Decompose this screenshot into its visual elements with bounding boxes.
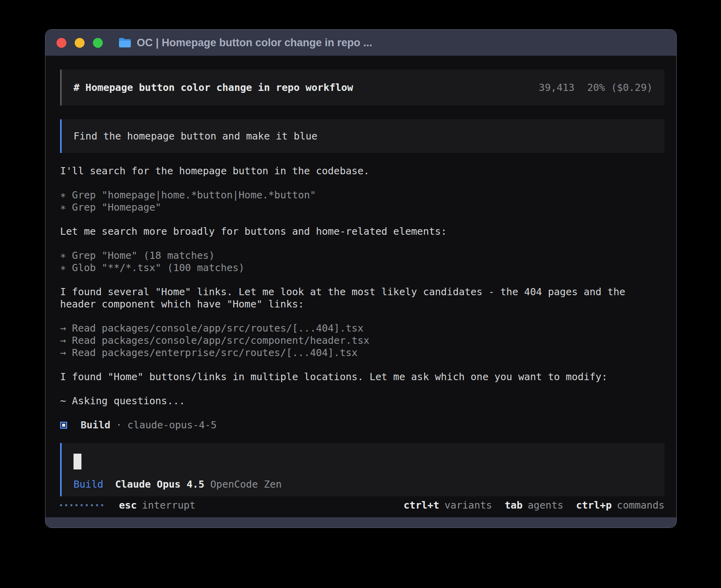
read-tool-call: → Read packages/console/app/src/routes/[… <box>60 322 664 334</box>
assistant-text: I found "Home" buttons/links in multiple… <box>60 371 664 383</box>
tool-call: ∗ Grep "Home" (18 matches) <box>60 249 664 262</box>
agents-hint: tab agents <box>505 499 563 511</box>
window-title: OC | Homepage button color change in rep… <box>137 37 372 49</box>
folder-icon <box>119 38 131 48</box>
terminal-content: # Homepage button color change in repo w… <box>45 56 676 517</box>
tool-call: ∗ Glob "**/*.tsx" (100 matches) <box>60 262 664 274</box>
agent-model: claude-opus-4-5 <box>127 419 217 431</box>
session-header: # Homepage button color change in repo w… <box>60 70 664 106</box>
tool-call-group: ∗ Grep "homepage|home.*button|Home.*butt… <box>60 189 664 213</box>
close-button[interactable] <box>57 38 66 48</box>
user-message: Find the homepage button and make it blu… <box>60 119 664 153</box>
hints-bar: esc interrupt ctrl+t variants tab agents… <box>60 499 664 511</box>
commands-hint: ctrl+p commands <box>576 499 664 511</box>
tool-call-group: ∗ Grep "Home" (18 matches) ∗ Glob "**/*.… <box>60 249 664 274</box>
commands-label: commands <box>617 499 664 511</box>
prompt-input[interactable]: Build Claude Opus 4.5 OpenCode Zen <box>60 443 664 496</box>
esc-key-hint: esc <box>119 499 137 511</box>
traffic-lights <box>57 38 103 48</box>
read-tool-call: → Read packages/console/app/src/componen… <box>60 334 664 347</box>
status-text: ~ Asking questions... <box>60 395 664 407</box>
text-cursor <box>74 454 81 469</box>
build-agent-icon <box>60 422 67 429</box>
context-cost: 20% ($0.29) <box>587 82 653 93</box>
variants-label: variants <box>444 499 492 511</box>
session-title: # Homepage button color change in repo w… <box>74 81 353 94</box>
variants-hint: ctrl+t variants <box>404 499 492 511</box>
tool-call-group: → Read packages/console/app/src/routes/[… <box>60 322 664 359</box>
esc-key-label: interrupt <box>142 499 195 511</box>
terminal-window: OC | Homepage button color change in rep… <box>45 29 677 528</box>
mode-label[interactable]: Build <box>74 478 103 490</box>
zoom-button[interactable] <box>93 38 103 48</box>
tool-call: ∗ Grep "homepage|home.*button|Home.*butt… <box>60 189 664 201</box>
user-message-text: Find the homepage button and make it blu… <box>74 130 317 142</box>
agent-name: Build <box>81 419 110 431</box>
assistant-paragraph: I found several "Home" links. Let me loo… <box>60 286 664 310</box>
session-stats: 39,413 20% ($0.29) <box>539 82 653 93</box>
commands-key: ctrl+p <box>576 499 612 511</box>
assistant-transcript: I'll search for the homepage button in t… <box>60 165 664 431</box>
agents-key: tab <box>505 499 523 511</box>
agent-row: Build · claude-opus-4-5 <box>60 419 664 431</box>
minimize-button[interactable] <box>75 38 85 48</box>
tool-call: ∗ Grep "Homepage" <box>60 201 664 213</box>
assistant-text: I found several "Home" links. Let me loo… <box>60 286 664 298</box>
model-label[interactable]: Claude Opus 4.5 <box>115 478 204 490</box>
assistant-text: header component which have "Home" links… <box>60 298 664 310</box>
right-hints: ctrl+t variants tab agents ctrl+p comman… <box>404 499 664 511</box>
spinner-dots <box>60 504 103 506</box>
window-bottom-strip <box>45 517 676 528</box>
assistant-text: I'll search for the homepage button in t… <box>60 165 664 177</box>
variants-key: ctrl+t <box>404 499 439 511</box>
token-count: 39,413 <box>539 82 574 93</box>
provider-label: OpenCode Zen <box>210 478 282 490</box>
assistant-text: Let me search more broadly for buttons a… <box>60 225 664 237</box>
titlebar[interactable]: OC | Homepage button color change in rep… <box>45 30 676 56</box>
agents-label: agents <box>528 499 563 511</box>
input-meta: Build Claude Opus 4.5 OpenCode Zen <box>74 478 653 490</box>
agent-separator: · <box>116 419 122 431</box>
read-tool-call: → Read packages/enterprise/src/routes/[.… <box>60 347 664 359</box>
